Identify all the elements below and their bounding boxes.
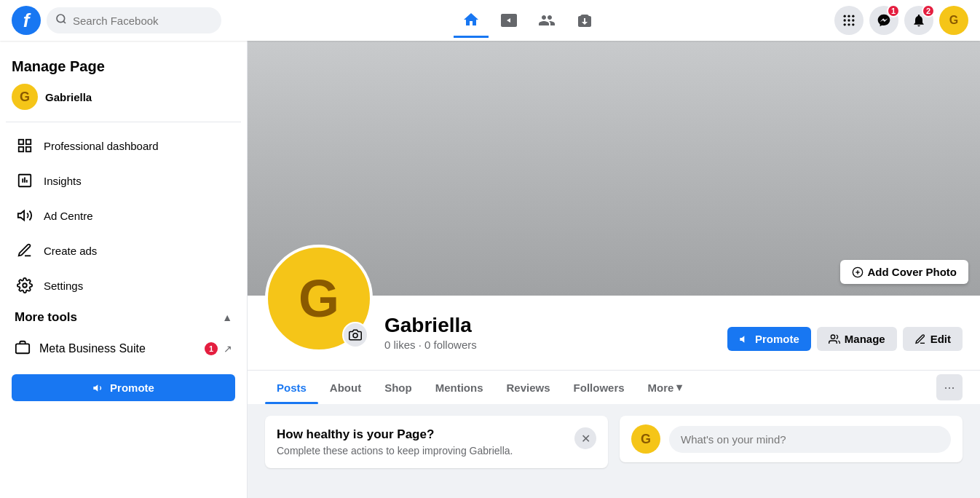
sidebar-item-insights[interactable]: Insights bbox=[6, 163, 241, 198]
add-cover-label: Add Cover Photo bbox=[868, 266, 957, 278]
svg-point-4 bbox=[852, 15, 854, 17]
svg-rect-21 bbox=[16, 344, 29, 353]
more-tools-label: More tools bbox=[15, 310, 77, 325]
top-nav: f 1 bbox=[0, 0, 980, 41]
svg-point-6 bbox=[847, 19, 850, 21]
profile-camera-button[interactable] bbox=[342, 322, 368, 348]
svg-point-0 bbox=[57, 15, 65, 23]
profile-avatar-letter: G bbox=[299, 269, 339, 328]
sidebar-promote-label: Promote bbox=[110, 382, 154, 394]
facebook-logo[interactable]: f bbox=[12, 6, 41, 35]
tab-reviews[interactable]: Reviews bbox=[495, 371, 562, 404]
edit-button[interactable]: Edit bbox=[903, 327, 963, 351]
post-box: G bbox=[620, 416, 963, 462]
profile-stats: 0 likes · 0 followers bbox=[384, 339, 477, 351]
svg-marker-19 bbox=[18, 211, 24, 221]
manage-label: Manage bbox=[845, 333, 885, 345]
sidebar-user[interactable]: G Gabriella bbox=[6, 78, 241, 116]
profile-info: Gabriella 0 likes · 0 followers bbox=[384, 314, 477, 358]
tabs-overflow-button[interactable]: ··· bbox=[936, 374, 963, 400]
more-tools-section[interactable]: More tools ▲ bbox=[6, 303, 241, 332]
sidebar-item-settings[interactable]: Settings bbox=[6, 268, 241, 303]
sidebar-item-create-ads[interactable]: Create ads bbox=[6, 233, 241, 268]
sidebar-title: Manage Page bbox=[6, 52, 241, 78]
sidebar-avatar-letter: G bbox=[20, 90, 30, 105]
meta-left: Meta Business Suite bbox=[15, 339, 146, 358]
post-box-avatar: G bbox=[631, 424, 660, 454]
grid-btn[interactable] bbox=[834, 6, 864, 35]
notification-btn[interactable]: 2 bbox=[904, 6, 933, 35]
nav-marketplace-btn[interactable] bbox=[567, 3, 602, 38]
health-card-close-button[interactable]: ✕ bbox=[574, 427, 596, 449]
tab-posts[interactable]: Posts bbox=[265, 371, 318, 404]
create-ads-icon bbox=[15, 240, 35, 261]
svg-point-3 bbox=[847, 15, 850, 17]
svg-point-28 bbox=[831, 335, 834, 339]
right-column: G bbox=[620, 416, 963, 468]
sidebar-item-meta-business[interactable]: Meta Business Suite 1 ↗ bbox=[6, 332, 241, 365]
svg-point-2 bbox=[844, 15, 846, 17]
nav-home-btn[interactable] bbox=[454, 3, 489, 38]
search-input[interactable] bbox=[73, 15, 213, 27]
messenger-btn[interactable]: 1 bbox=[869, 6, 898, 35]
search-bar[interactable] bbox=[47, 7, 221, 33]
svg-point-5 bbox=[844, 19, 846, 21]
tab-followers-label: Followers bbox=[574, 382, 625, 394]
svg-point-20 bbox=[23, 283, 27, 288]
messenger-badge: 1 bbox=[887, 4, 900, 17]
sidebar-promote-button[interactable]: Promote bbox=[12, 374, 235, 401]
tabs-bar: Posts About Shop Mentions Reviews Follow… bbox=[248, 370, 980, 404]
nav-friends-btn[interactable] bbox=[529, 3, 564, 38]
tab-more-label: More bbox=[648, 382, 674, 394]
svg-point-9 bbox=[847, 23, 850, 25]
svg-point-26 bbox=[353, 333, 357, 338]
ad-centre-label: Ad Centre bbox=[44, 210, 93, 222]
nav-video-btn[interactable] bbox=[491, 3, 526, 38]
promote-label: Promote bbox=[755, 333, 799, 345]
sidebar-divider bbox=[6, 122, 241, 122]
tab-more[interactable]: More ▾ bbox=[636, 371, 695, 404]
meta-business-label: Meta Business Suite bbox=[39, 342, 146, 355]
sidebar-user-avatar: G bbox=[12, 84, 38, 110]
health-card-title: How healthy is your Page? bbox=[277, 427, 513, 442]
manage-button[interactable]: Manage bbox=[817, 327, 897, 351]
left-column: How healthy is your Page? Complete these… bbox=[265, 416, 608, 468]
tab-about[interactable]: About bbox=[318, 371, 373, 404]
svg-rect-14 bbox=[19, 147, 23, 151]
search-icon bbox=[55, 13, 67, 28]
profile-name: Gabriella bbox=[384, 314, 477, 337]
sidebar-item-ad-centre[interactable]: Ad Centre bbox=[6, 198, 241, 233]
post-box-avatar-letter: G bbox=[641, 432, 651, 447]
tab-followers[interactable]: Followers bbox=[562, 371, 636, 404]
dashboard-icon bbox=[15, 135, 35, 156]
tab-shop[interactable]: Shop bbox=[373, 371, 424, 404]
profile-btn[interactable]: G bbox=[939, 6, 968, 35]
sidebar-item-professional-dashboard[interactable]: Professional dashboard bbox=[6, 128, 241, 163]
notification-badge: 2 bbox=[922, 4, 935, 17]
tab-mentions-label: Mentions bbox=[435, 382, 483, 394]
add-cover-photo-button[interactable]: Add Cover Photo bbox=[840, 260, 969, 284]
tab-more-chevron-icon: ▾ bbox=[676, 381, 682, 394]
svg-line-1 bbox=[63, 21, 66, 23]
tab-posts-label: Posts bbox=[277, 382, 307, 394]
nav-right: 1 2 G bbox=[834, 6, 968, 35]
svg-rect-11 bbox=[19, 140, 23, 144]
settings-label: Settings bbox=[44, 280, 83, 292]
sidebar: Manage Page G Gabriella Professional das… bbox=[0, 41, 248, 498]
svg-marker-22 bbox=[93, 384, 98, 391]
profile-actions: Promote Manage Edit bbox=[727, 327, 963, 358]
profile-section: G Gabriella 0 likes · 0 followers Promot… bbox=[248, 296, 980, 370]
svg-point-8 bbox=[844, 23, 846, 25]
profile-letter: G bbox=[949, 14, 958, 27]
promote-button[interactable]: Promote bbox=[727, 327, 811, 351]
professional-dashboard-label: Professional dashboard bbox=[44, 140, 159, 152]
tab-mentions[interactable]: Mentions bbox=[424, 371, 495, 404]
health-card: How healthy is your Page? Complete these… bbox=[265, 416, 608, 468]
svg-point-7 bbox=[852, 19, 854, 21]
health-card-description: Complete these actions to keep improving… bbox=[277, 445, 513, 456]
create-ads-label: Create ads bbox=[44, 245, 97, 257]
profile-avatar-wrap: G bbox=[265, 245, 373, 352]
post-input[interactable] bbox=[669, 426, 951, 453]
meta-arrow-icon: ↗ bbox=[224, 343, 232, 355]
tab-reviews-label: Reviews bbox=[507, 382, 550, 394]
